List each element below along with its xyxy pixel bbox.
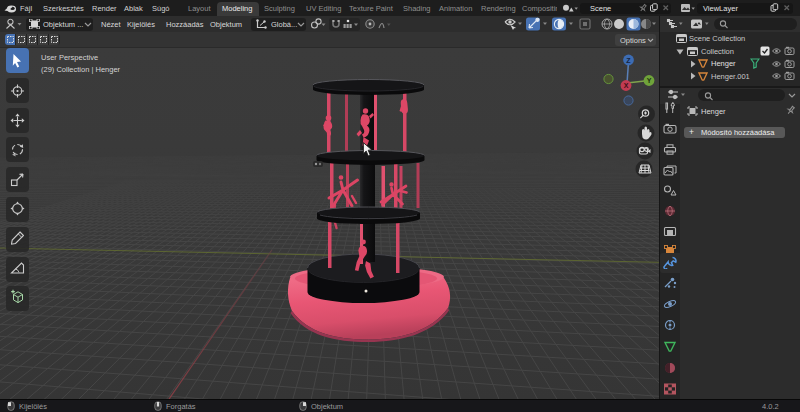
svg-text:Z: Z xyxy=(626,57,631,64)
svg-text:X: X xyxy=(624,82,629,89)
svg-text:Y: Y xyxy=(647,77,652,84)
